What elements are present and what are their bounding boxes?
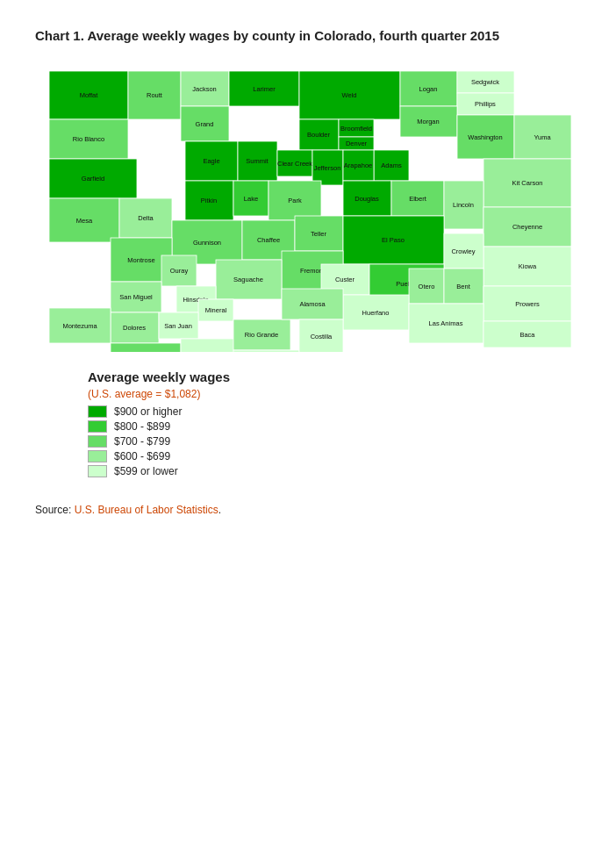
county-routt [128,71,181,119]
county-crowley [444,233,483,269]
county-lincoln [444,181,483,229]
legend-swatch-4 [88,450,107,462]
county-elbert [391,181,444,216]
county-laplata [111,343,181,352]
page: Chart 1. Average weekly wages by county … [0,0,616,853]
county-riogrande [233,319,290,350]
county-summit [238,141,277,181]
county-costilla [299,319,343,352]
legend-swatch-5 [88,465,107,477]
county-kiowa [483,247,571,286]
chart-title: Chart 1. Average weekly wages by county … [35,26,581,45]
county-washington [457,115,514,159]
county-douglas [343,181,391,216]
legend-item-4: $600 - $699 [88,450,581,462]
legend-label-3: $700 - $799 [114,435,170,448]
legend-item-3: $700 - $799 [88,435,581,448]
map-container: Moffat Routt Jackson Larimer Weld Logan … [40,62,576,352]
county-rioblanco [49,119,128,159]
county-eagle [185,141,238,181]
county-moffat [49,71,128,119]
county-saguache [216,260,282,299]
legend-item-1: $900 or higher [88,405,581,418]
legend-swatch-2 [88,420,107,433]
county-pitkin [185,181,233,220]
county-alamosa [282,289,343,319]
county-delta [119,198,172,238]
county-lake [233,181,269,216]
county-conejos [233,350,299,352]
county-mineral [198,299,233,321]
source-suffix: . [218,504,221,516]
source-line: Source: U.S. Bureau of Labor Statistics. [35,504,581,516]
county-sanjuan [159,312,198,339]
legend-subtitle: (U.S. average = $1,082) [88,388,581,400]
county-broomfield [339,119,374,137]
legend-label-5: $599 or lower [114,465,178,477]
legend-label-2: $800 - $899 [114,420,170,433]
source-prefix: Source: [35,504,75,516]
county-weld [299,71,400,119]
county-garfield [49,159,137,198]
county-cheyenne [483,207,571,247]
county-logan [400,71,457,106]
county-lasanimas [409,304,483,343]
source-link[interactable]: U.S. Bureau of Labor Statistics [75,504,218,516]
legend: Average weekly wages (U.S. average = $1,… [88,369,581,477]
county-park [269,181,321,220]
county-mesa [49,198,119,242]
county-boulder [299,119,339,150]
legend-title: Average weekly wages [88,369,581,384]
county-yuma [514,115,571,159]
county-clearcreek [277,150,312,176]
county-phillips [457,93,514,115]
county-jefferson [312,150,343,185]
county-elpaso [343,216,444,264]
county-arapahoe [343,150,374,181]
county-denver [339,137,374,150]
county-kitcarson [483,159,571,207]
county-larimer [229,71,299,106]
county-grand [181,106,229,141]
colorado-map: Moffat Routt Jackson Larimer Weld Logan … [40,62,576,352]
county-huerfano [343,295,409,330]
county-archuleta [181,339,238,352]
county-ouray [161,255,197,286]
county-dolores [111,312,159,343]
county-prowers [483,286,571,321]
county-otero [409,269,444,304]
legend-label-4: $600 - $699 [114,450,170,462]
legend-item-5: $599 or lower [88,465,581,477]
county-jackson [181,71,229,106]
county-teller [295,216,343,251]
legend-swatch-1 [88,405,107,418]
county-sedgwick [457,71,514,93]
county-baca [483,321,571,348]
legend-swatch-3 [88,435,107,448]
county-montezuma [49,308,111,343]
legend-label-1: $900 or higher [114,405,182,418]
county-morgan [400,106,457,137]
county-sanmiguel [111,282,161,312]
legend-item-2: $800 - $899 [88,420,581,433]
county-adams [374,150,409,181]
county-bent [444,269,483,304]
